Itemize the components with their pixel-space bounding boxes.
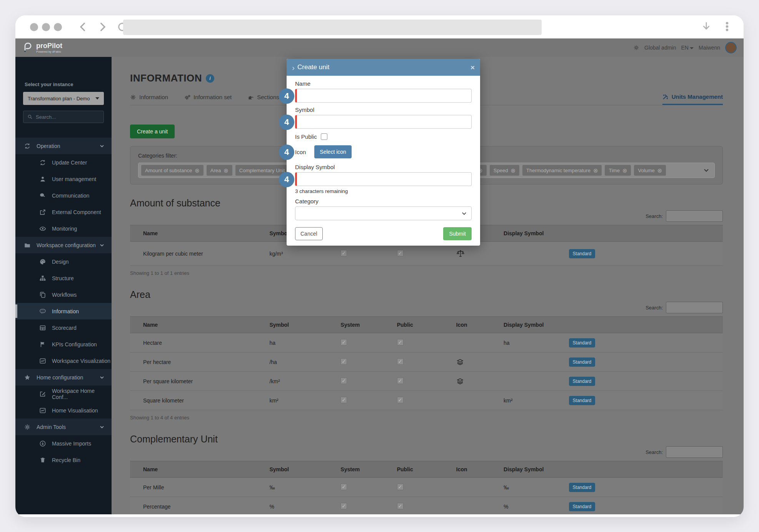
language-selector[interactable]: EN <box>681 45 694 51</box>
display-symbol-field[interactable] <box>295 172 472 186</box>
sidebar-item-workspace-configuration[interactable]: Workspace configuration <box>15 237 112 253</box>
is-public-checkbox[interactable] <box>321 133 327 140</box>
global-admin-button[interactable]: Global admin <box>644 45 676 51</box>
sidebar-item-information[interactable]: Information <box>15 303 112 319</box>
browser-menu-icon[interactable] <box>721 21 733 32</box>
username[interactable]: Maiwenn <box>699 45 720 51</box>
download-icon[interactable] <box>701 21 712 32</box>
symbol-field[interactable] <box>295 115 472 129</box>
col-header: Icon <box>453 461 500 478</box>
info-icon[interactable]: i <box>206 74 214 83</box>
symbol-label: Symbol <box>295 106 472 113</box>
section-search-input[interactable] <box>666 446 723 458</box>
checkbox-checked[interactable] <box>340 358 347 365</box>
remove-tag-icon[interactable]: ⊗ <box>657 168 662 173</box>
sidebar-item-user-management[interactable]: User management <box>15 171 112 187</box>
remove-tag-icon[interactable]: ⊗ <box>622 168 627 173</box>
avatar[interactable] <box>725 42 737 53</box>
chart-icon <box>39 407 46 414</box>
checkbox-checked[interactable] <box>340 503 347 509</box>
chevron-right-icon: › <box>292 63 295 71</box>
section-search-input[interactable] <box>666 210 723 222</box>
remove-tag-icon[interactable]: ⊗ <box>195 168 200 173</box>
checkbox-checked[interactable] <box>397 377 404 384</box>
col-header: System <box>337 461 394 478</box>
checkbox-checked[interactable] <box>397 339 404 346</box>
sidebar-item-home-visualisation[interactable]: Home Visualisation <box>15 402 112 419</box>
sidebar-search-input[interactable] <box>36 114 100 120</box>
standard-badge: Standard <box>569 483 596 492</box>
submit-button[interactable]: Submit <box>443 227 472 240</box>
palette-icon <box>39 258 46 265</box>
sidebar-item-workflows[interactable]: Workflows <box>15 286 112 303</box>
sidebar-item-admin-tools[interactable]: Admin Tools <box>15 419 112 435</box>
search-label: Search: <box>646 305 663 311</box>
tab-sections[interactable]: Sections <box>248 94 279 105</box>
sidebar-item-design[interactable]: Design <box>15 253 112 270</box>
url-bar[interactable] <box>123 20 542 35</box>
create-unit-button[interactable]: Create a unit <box>130 125 175 138</box>
col-header: Icon <box>453 317 500 333</box>
sidebar-item-communication[interactable]: Communication <box>15 187 112 204</box>
instance-select[interactable]: Transformation plan - Demo <box>23 92 104 105</box>
sidebar-item-workspace-home-conf[interactable]: Workspace Home Conf... <box>15 386 112 402</box>
sidebar-item-recycle-bin[interactable]: Recycle Bin <box>15 452 112 468</box>
name-field[interactable] <box>295 89 472 103</box>
logo[interactable]: proPilot Powered by dFakto <box>22 42 62 53</box>
search-label: Search: <box>646 213 663 219</box>
checkbox-checked[interactable] <box>397 397 404 403</box>
tab-information-set[interactable]: Information set <box>184 94 232 105</box>
sidebar-item-massive-imports[interactable]: Massive Imports <box>15 435 112 452</box>
sidebar-item-structure[interactable]: Structure <box>15 270 112 286</box>
sidebar-item-operation[interactable]: Operation <box>15 138 112 154</box>
table-footer: Showing 1 to 4 of 4 entries <box>130 415 723 421</box>
checkbox-checked[interactable] <box>340 397 347 403</box>
folder-icon <box>24 242 31 249</box>
sidebar-item-workspace-visualization[interactable]: Workspace Visualization <box>15 352 112 369</box>
window-dot <box>42 23 50 31</box>
chevron-down-icon <box>462 211 467 216</box>
sidebar-item-home-configuration[interactable]: Home configuration <box>15 369 112 386</box>
cancel-button[interactable]: Cancel <box>295 227 323 240</box>
sidebar-nav: Operation Update Center User management <box>15 138 112 468</box>
checkbox-checked[interactable] <box>340 377 347 384</box>
checkbox-checked[interactable] <box>397 358 404 365</box>
sitemap-icon <box>39 275 46 282</box>
app-title: proPilot <box>36 42 62 49</box>
remove-tag-icon[interactable]: ⊗ <box>593 168 598 173</box>
sidebar-item-update-center[interactable]: Update Center <box>15 154 112 171</box>
sidebar-item-scorecard[interactable]: Scorecard <box>15 319 112 336</box>
user-icon <box>39 176 46 183</box>
checkbox-checked[interactable] <box>340 339 347 346</box>
category-select[interactable] <box>295 206 472 220</box>
standard-badge: Standard <box>569 357 596 367</box>
checkbox-checked[interactable] <box>340 484 347 490</box>
col-header: Public <box>394 317 453 333</box>
tab-information[interactable]: Information <box>130 94 168 105</box>
chevron-down-icon <box>100 425 104 429</box>
checkbox-checked[interactable] <box>340 250 347 256</box>
remove-tag-icon[interactable]: ⊗ <box>224 168 229 173</box>
sidebar-item-kpis-configuration[interactable]: KPIs Configuration <box>15 336 112 352</box>
back-icon[interactable] <box>77 21 89 33</box>
select-icon-button[interactable]: Select icon <box>314 145 351 158</box>
col-header: Public <box>394 461 453 478</box>
sidebar-item-monitoring[interactable]: Monitoring <box>15 220 112 237</box>
checkbox-checked[interactable] <box>397 484 404 490</box>
forward-icon[interactable] <box>96 21 108 33</box>
chevron-down-icon <box>100 144 104 148</box>
comment-icon <box>39 308 46 315</box>
chevron-down-icon[interactable] <box>704 168 709 173</box>
chevron-down-icon <box>100 376 104 379</box>
close-icon[interactable]: × <box>470 64 475 71</box>
section-search-input[interactable] <box>666 302 723 313</box>
search-label: Search: <box>646 449 663 455</box>
caret-down-icon <box>690 47 694 49</box>
is-public-label: Is Public <box>295 133 317 140</box>
remove-tag-icon[interactable]: ⊗ <box>510 168 515 173</box>
sidebar-item-external-component[interactable]: External Component <box>15 204 112 220</box>
app-subtitle: Powered by dFakto <box>36 50 62 53</box>
checkbox-checked[interactable] <box>397 503 404 509</box>
tab-units-management[interactable]: Units Management <box>662 93 723 105</box>
checkbox-checked[interactable] <box>397 250 404 256</box>
